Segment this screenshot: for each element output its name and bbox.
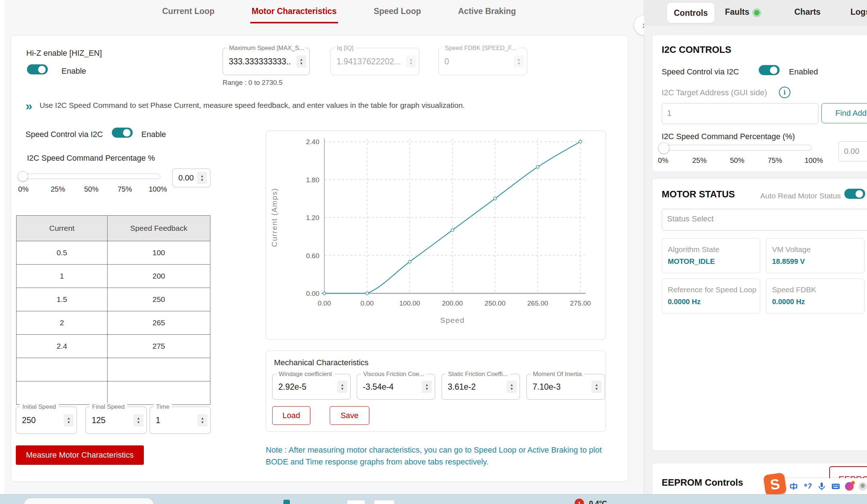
status-select-input[interactable]: Status Select <box>662 209 867 230</box>
table-cell[interactable]: 100 <box>108 241 210 265</box>
tab-speed-loop[interactable]: Speed Loop <box>372 4 423 23</box>
table-cell[interactable] <box>17 381 108 405</box>
tab-active-braking[interactable]: Active Braking <box>457 4 517 23</box>
speed-fdbk-status-label: Speed FDBK <box>772 285 816 294</box>
time-stepper[interactable]: ▲▼ <box>197 414 207 426</box>
svg-text:250.00: 250.00 <box>485 299 506 307</box>
time-label: Time <box>154 403 172 411</box>
speed-fdbk-status-value: 0.0000 Hz <box>772 298 805 306</box>
load-button[interactable]: Load <box>272 406 310 425</box>
svg-text:Speed: Speed <box>440 316 465 324</box>
max-speed-value[interactable]: 333.333333333... <box>229 57 291 67</box>
ime-toolbar[interactable] <box>784 478 867 495</box>
table-cell[interactable] <box>17 358 108 381</box>
rp-i2c-pct-value[interactable]: 0.00 <box>844 147 859 156</box>
status-select-placeholder: Status Select <box>667 214 714 224</box>
tab-logs[interactable]: Logs <box>850 7 867 17</box>
speed-fdbk-stepper: ▲▼ <box>514 55 524 68</box>
viscous-friction-stepper[interactable]: ▲▼ <box>422 381 432 393</box>
table-cell[interactable] <box>108 358 210 381</box>
table-cell[interactable]: 250 <box>108 288 210 311</box>
final-speed-stepper[interactable]: ▲▼ <box>133 414 143 426</box>
vm-voltage-label: VM Voltage <box>772 245 811 254</box>
i2c-target-address-value[interactable]: 1 <box>667 109 671 118</box>
rp-i2c-pct-slider[interactable] <box>662 145 812 151</box>
speed-control-i2c-state: Enable <box>141 130 166 139</box>
measurement-table: Current Speed Feedback 0.510012001.52502… <box>16 215 210 405</box>
i2c-target-address-input[interactable]: 1 <box>662 103 818 124</box>
save-button[interactable]: Save <box>330 406 369 425</box>
i2c-speed-pct-value[interactable]: 0.00 <box>178 173 194 183</box>
right-tab-bar: Controls Faults Charts Logs <box>644 0 867 26</box>
profile-icon[interactable] <box>858 482 867 491</box>
tab-motor-characteristics[interactable]: Motor Characteristics <box>250 4 338 23</box>
static-friction-field[interactable]: Static Friction Coeffi... 3.61e-2 ▲▼ <box>442 374 520 400</box>
hiz-enable-toggle[interactable] <box>27 64 48 74</box>
i2c-speed-pct-slider[interactable] <box>21 174 160 179</box>
windage-coefficient-value[interactable]: 2.92e-5 <box>278 382 332 392</box>
time-value[interactable]: 1 <box>156 416 192 425</box>
moment-of-inertia-stepper[interactable]: ▲▼ <box>592 381 602 393</box>
table-cell[interactable]: 1.5 <box>17 288 108 311</box>
i2c-speed-pct-stepper[interactable]: ▲▼ <box>197 172 207 184</box>
windage-coefficient-stepper[interactable]: ▲▼ <box>337 381 347 393</box>
i2c-speed-pct-value-box[interactable]: 0.00 ▲▼ <box>172 169 210 187</box>
table-cell[interactable]: 1 <box>17 265 108 288</box>
table-cell[interactable]: 265 <box>108 311 210 335</box>
find-address-button[interactable]: Find Address <box>821 103 867 123</box>
tab-faults[interactable]: Faults <box>725 7 749 17</box>
table-row: 0.5100 <box>17 241 210 265</box>
static-friction-value[interactable]: 3.61e-2 <box>448 382 501 392</box>
viscous-friction-field[interactable]: Viscous Friction Coe... -3.54e-4 ▲▼ <box>357 374 435 400</box>
info-icon[interactable]: i <box>779 87 790 98</box>
table-cell[interactable] <box>108 381 210 405</box>
time-field[interactable]: Time 1 ▲▼ <box>150 407 211 434</box>
tab-charts[interactable]: Charts <box>794 7 821 17</box>
initial-speed-value[interactable]: 250 <box>22 416 58 425</box>
rp-speed-control-toggle[interactable] <box>759 65 780 75</box>
rp-i2c-pct-slider-knob[interactable] <box>658 142 670 154</box>
viscous-friction-value[interactable]: -3.54e-4 <box>363 382 416 392</box>
i2c-speed-pct-slider-knob[interactable] <box>18 171 28 182</box>
table-cell[interactable]: 2.4 <box>17 335 108 358</box>
skin-icon[interactable] <box>845 482 854 491</box>
rp-slider-tick-0: 0% <box>649 156 677 165</box>
microphone-icon[interactable] <box>817 482 826 491</box>
moment-of-inertia-field[interactable]: Moment Of Inertia 7.10e-3 ▲▼ <box>526 374 605 400</box>
chinese-mode-icon[interactable] <box>789 482 798 491</box>
table-cell[interactable]: 275 <box>108 335 210 358</box>
speed-control-i2c-toggle[interactable] <box>112 128 133 138</box>
mechanical-characteristics-card: Mechanical Characteristics Windage coeff… <box>266 350 606 432</box>
final-speed-value[interactable]: 125 <box>92 416 128 425</box>
measure-motor-characteristics-button[interactable]: Measure Motor Characteristics <box>16 445 144 465</box>
table-cell[interactable]: 0.5 <box>17 241 108 265</box>
table-cell[interactable]: 200 <box>108 265 210 288</box>
moment-of-inertia-label: Moment Of Inertia <box>530 371 584 378</box>
final-speed-field[interactable]: Final Speed 125 ▲▼ <box>86 407 147 434</box>
tab-controls[interactable]: Controls <box>667 3 715 23</box>
auto-read-toggle[interactable] <box>844 189 865 199</box>
table-cell[interactable]: 2 <box>17 311 108 335</box>
moment-of-inertia-value[interactable]: 7.10e-3 <box>533 382 586 392</box>
windage-coefficient-field[interactable]: Windage coefficient 2.92e-5 ▲▼ <box>272 374 351 400</box>
initial-speed-stepper[interactable]: ▲▼ <box>64 414 74 426</box>
static-friction-stepper[interactable]: ▲▼ <box>507 381 517 393</box>
info-banner-text: Use I2C Speed Command to set Phase Curre… <box>40 101 465 110</box>
iq-label: Iq [IQ] <box>334 45 356 52</box>
sogou-ime-logo[interactable]: S <box>763 472 787 496</box>
notification-badge[interactable]: 1 <box>575 499 584 504</box>
iq-value: 1.94137622202... <box>337 57 400 67</box>
tab-current-loop[interactable]: Current Loop <box>161 4 216 23</box>
auto-read-label: Auto Read Motor Status <box>760 192 841 200</box>
final-speed-label: Final Speed <box>90 403 127 411</box>
max-speed-field[interactable]: Maximum Speed [MAX_S... 333.333333333...… <box>223 48 310 75</box>
footer-widget-1[interactable] <box>347 500 365 504</box>
initial-speed-field[interactable]: Initial Speed 250 ▲▼ <box>16 407 77 434</box>
keyboard-icon[interactable] <box>831 482 840 491</box>
rp-i2c-pct-value-box[interactable]: 0.00 <box>839 141 867 161</box>
footer-widget-2[interactable] <box>374 500 394 504</box>
max-speed-stepper[interactable]: ▲▼ <box>296 55 306 68</box>
eeprom-controls-title: EEPROM Controls <box>662 477 743 488</box>
footer-pill[interactable] <box>24 498 154 504</box>
punctuation-icon[interactable] <box>803 482 812 491</box>
